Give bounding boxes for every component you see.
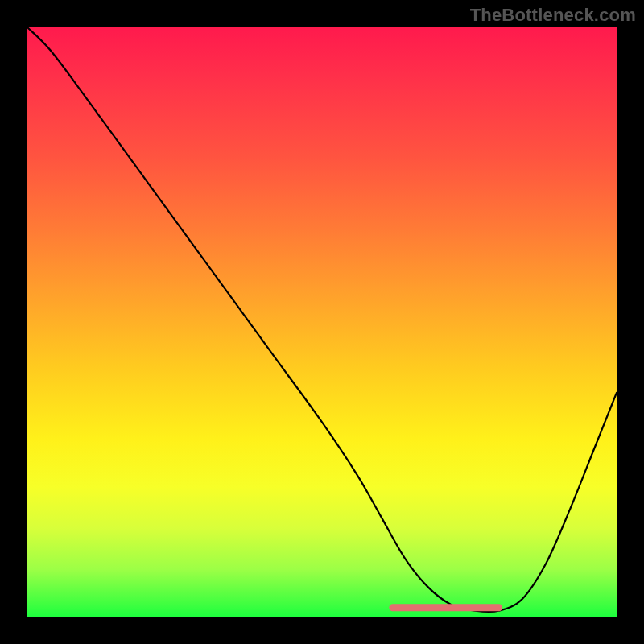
curve-overlay <box>27 27 617 617</box>
chart-container: TheBottleneck.com <box>0 0 644 644</box>
bottleneck-curve <box>27 27 617 612</box>
plot-area <box>27 27 617 617</box>
watermark-text: TheBottleneck.com <box>470 5 636 26</box>
